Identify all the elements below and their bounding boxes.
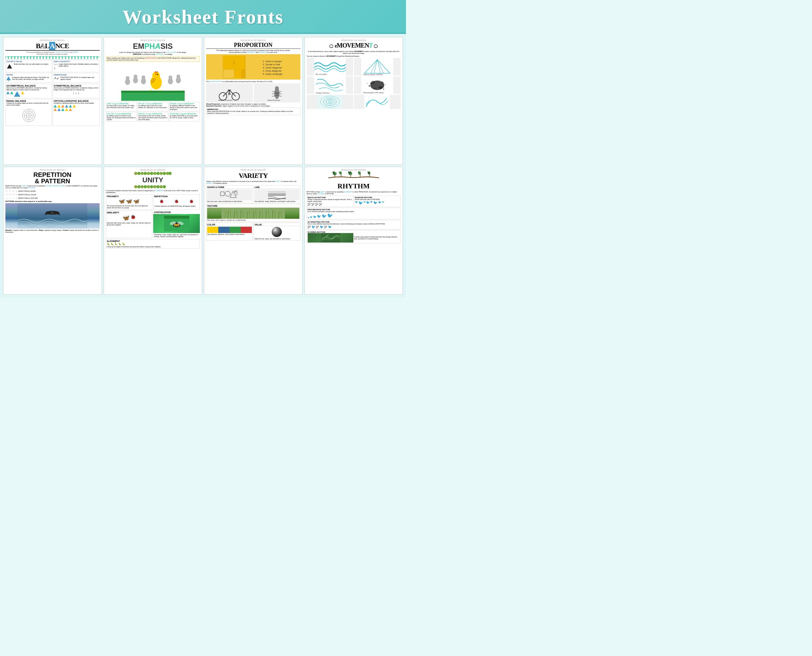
- variety-line-title: LINE: [255, 186, 299, 189]
- repetition-row-1: → → → → REPETITION by SHAPE: [5, 190, 99, 192]
- unity-proximity-title: PROXIMITY: [107, 195, 152, 198]
- svg-text:3. Draw diagonal: 3. Draw diagonal: [263, 66, 282, 69]
- balance-size-row: ↑↑↑ ↑ Larger objects feel heavier. Multi…: [54, 63, 98, 71]
- balance-size-title: SIZE & QUANTITY: [54, 60, 98, 62]
- proportion-insect-svg: Altered Proportion: [264, 84, 290, 102]
- variety-line-desc: Vary direction, angle, thickness, and le…: [255, 200, 299, 202]
- balance-orientation-title: ORIENTATION: [54, 74, 98, 76]
- variety-principles-label: PRINCIPLES OF DESIGN: [206, 169, 301, 171]
- svg-point-74: [378, 86, 383, 89]
- proportion-standard: Standard Proportion: [206, 84, 253, 102]
- svg-text:Create an illusion of SPACE.: Create an illusion of SPACE.: [363, 74, 383, 76]
- movement-worksheet: PRINCIPLES OF DESIGN eMOVEMENT In two di…: [305, 37, 403, 165]
- unity-alignment-section: ALIGNMENT 🐛 🐛 🐛 🐛 🐛 Lining up the edges …: [106, 239, 200, 249]
- balance-title: BALANCE: [5, 42, 99, 51]
- proportion-golden-desc: The GOLDEN RATIO is a mathematical ratio…: [206, 80, 301, 82]
- unity-beetle-2: 🐞: [169, 198, 184, 204]
- emphasis-principles-label: PRINCIPLES OF DESIGN: [106, 39, 200, 41]
- movement-extra-grid: [307, 95, 401, 109]
- svg-point-115: [157, 185, 160, 188]
- unity-caterpillar-svg2: [134, 185, 172, 189]
- bird-prog-2: 🐦: [310, 216, 313, 218]
- bird-alt-2: 🐦: [311, 225, 315, 229]
- unity-align-icon-5: 🐛: [122, 243, 125, 245]
- variety-texture-title: TEXTURE: [207, 205, 299, 207]
- rhythm-branch-svg: [328, 172, 379, 181]
- unity-proximity-desc: The closest elements are to each other, …: [107, 205, 152, 209]
- bird-random-3: 🐦: [364, 201, 366, 205]
- bird-random-4: 🐦: [366, 201, 370, 205]
- repetition-title: REPETITION& PATTERN: [5, 172, 99, 184]
- balance-types-grid: ASYMMETRICAL BALANCE Also known as INFOR…: [5, 84, 99, 98]
- pattern-svg: Meander Stripe Fractal Symmetrical: [5, 203, 99, 229]
- variety-texture-svg: [207, 208, 299, 219]
- pattern-label: PATTERN elements that repeat in a predic…: [5, 200, 99, 202]
- rep-arrow-3: → → → →: [5, 196, 18, 200]
- unity-caterpillar-bottom: [106, 185, 200, 189]
- unity-repetition-section: REPETITION 🐞 🐞 🐞 If similar elements are…: [153, 194, 200, 210]
- rhythm-regular-birds: 🕊 🕊 🕊 🕊: [308, 203, 352, 206]
- svg-rect-22: [121, 91, 184, 101]
- emphasis-space-desc: by focusing on the rule of thirds. Divid…: [138, 115, 167, 121]
- unity-similarity-desc: Elements with similar color, value, shap…: [107, 222, 152, 226]
- svg-text:Change in direction.: Change in direction.: [316, 92, 330, 94]
- svg-point-97: [137, 172, 141, 175]
- rhythm-progressive-desc: As an element gradually changes while ma…: [308, 210, 400, 212]
- movement-title-container: eMOVEMENT: [307, 42, 401, 50]
- unity-principles-label: PRINCIPLES OF DESIGN: [106, 169, 200, 171]
- page-header: Worksheet Fronts: [0, 0, 406, 34]
- bird-random-2: 🐦: [358, 201, 363, 205]
- unity-align-icon-1: 🐛: [107, 243, 110, 245]
- svg-rect-86: [17, 203, 87, 229]
- rhythm-alternating-section: ALTERNATING RHYTHM Two or more different…: [307, 220, 401, 229]
- svg-point-11: [133, 74, 137, 78]
- unity-similarity-section: SIMILARITY 🦋 🐞 Elements with similar col…: [106, 210, 153, 238]
- proportion-desc: The relationship between objects in a wo…: [206, 50, 301, 53]
- svg-rect-23: [121, 91, 184, 93]
- svg-point-15: [169, 76, 172, 79]
- balance-asymm-desc: Also known as INFORMAL BALANCE. Created …: [6, 87, 51, 91]
- bird-alt-4: 🐦: [320, 225, 324, 229]
- bird-alt-5: 🕊: [324, 225, 327, 229]
- balance-color-desc: Bright and dark color can add weight to …: [14, 63, 49, 70]
- emphasis-value-element: VALUE: Create EMPHASIS by adding a pop o…: [137, 102, 169, 111]
- balance-shape-row: A diagonal object will appear heavier. T…: [6, 76, 51, 81]
- unity-alignment-insects: 🐛 🐛 🐛 🐛 🐛: [107, 243, 199, 245]
- bird-regular-3: 🕊: [315, 203, 318, 206]
- variety-color-value-grid: COLOR Vary darkness, lightness, and cont…: [206, 223, 301, 241]
- svg-text:Blur your object.: Blur your object.: [316, 73, 327, 75]
- movement-title: eMOVEMENT: [335, 42, 372, 49]
- svg-point-108: [134, 185, 137, 188]
- proportion-golden-svg: 1 1. Draw a square 2. Divide in half 3. …: [206, 54, 301, 80]
- balance-crystallographic: CRYSTALLOGRAPHIC BALANCE Created by repe…: [53, 99, 99, 126]
- balance-radial-visual: [6, 106, 51, 125]
- variety-shape-visual: [207, 189, 252, 200]
- proportion-bike-svg: Standard Proportion: [217, 84, 242, 102]
- svg-point-156: [338, 172, 342, 175]
- unity-desc: A connection between elements that creat…: [106, 190, 200, 193]
- variety-value-title: VALUE: [254, 224, 299, 226]
- emphasis-space-element: SPACE: Create EMPHASIS by focusing on th…: [137, 112, 169, 121]
- rhythm-progressive-birds: 🐦 🐦 🐦 🐦 🐦 🐦: [308, 213, 400, 218]
- proportion-minimacro: MINIMACRO When using the PROPORTION of a…: [206, 107, 301, 115]
- unity-repetition-desc: If similar elements are REPEATED they wi…: [154, 205, 199, 207]
- balance-crystal-desc: Created by repeating objects with the sa…: [54, 102, 98, 104]
- svg-point-107: [169, 172, 172, 175]
- balance-asymmetrical: ASYMMETRICAL BALANCE Also known as INFOR…: [5, 84, 52, 98]
- svg-rect-60: [362, 58, 393, 76]
- bird-alt-6: 🐦: [328, 225, 332, 229]
- balance-worksheet: PRINCIPLES OF DESIGN BALANCE The visual …: [3, 37, 102, 165]
- movement-mark-making: Using energetic mark making.: [354, 76, 401, 94]
- variety-color-section: COLOR Vary darkness, lightness, and cont…: [206, 223, 253, 241]
- movement-principles-label: PRINCIPLES OF DESIGN: [307, 39, 401, 41]
- rhythm-title: RHYTHM: [307, 182, 401, 190]
- repetition-row-2: → → → → REPETITION by COLOR: [5, 193, 99, 196]
- variety-line: LINE Vary direction, angle, thickness, a…: [254, 185, 301, 203]
- rhythm-random-desc: Similar elements with no PATTERN.: [355, 198, 400, 200]
- balance-symm-desc: Also known as FORMAL BALANCE. Created by…: [54, 87, 98, 91]
- unity-proximity-repetition: PROXIMITY 🦋 🦋 🦋 The closest elements are…: [106, 194, 200, 210]
- proportion-golden-ratio: 1 1. Draw a square 2. Divide in half 3. …: [206, 54, 301, 80]
- emphasis-texture-desc: by adding TEXTURE to your focal point. E…: [170, 115, 199, 119]
- svg-rect-129: [234, 192, 237, 195]
- unity-repetition-insects: 🐞 🐞 🐞: [154, 198, 199, 204]
